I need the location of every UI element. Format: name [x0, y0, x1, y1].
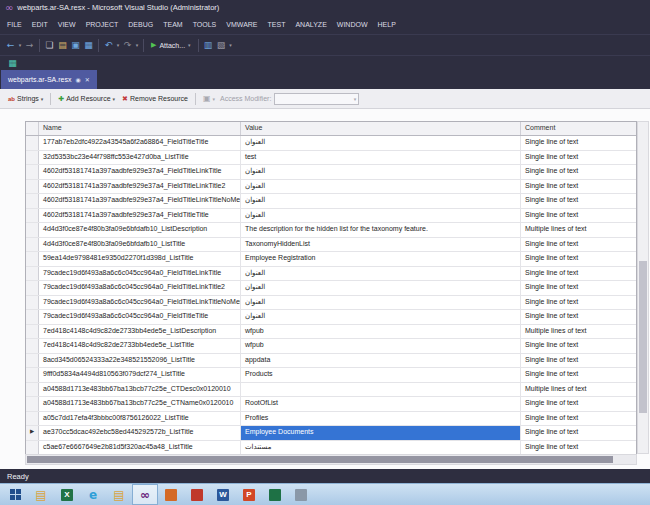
cell-value[interactable]: العنوان: [241, 281, 521, 295]
cell-name[interactable]: 79cadec19d6f493a8a6c6c045cc964a0_FieldTi…: [39, 310, 241, 324]
row-header[interactable]: [26, 354, 39, 368]
cell-name[interactable]: 32d5353bc23e44f798ffc553e427d0ba_ListTit…: [39, 151, 241, 165]
tab-webparts-resx[interactable]: webparts.ar-SA.resx ◉ ✕: [1, 70, 97, 89]
table-row[interactable]: 32d5353bc23e44f798ffc553e427d0ba_ListTit…: [26, 151, 636, 166]
row-header[interactable]: [26, 238, 39, 252]
cell-comment[interactable]: Single line of text: [521, 180, 636, 194]
row-header[interactable]: [26, 339, 39, 353]
column-header-value[interactable]: Value: [241, 122, 521, 135]
table-row[interactable]: 59ea14de9798481e9350d2270f1d398d_ListTit…: [26, 252, 636, 267]
cell-name[interactable]: 79cadec19d6f493a8a6c6c045cc964a0_FieldTi…: [39, 281, 241, 295]
table-row[interactable]: 79cadec19d6f493a8a6c6c045cc964a0_FieldTi…: [26, 310, 636, 325]
powerpoint-icon[interactable]: P: [236, 484, 262, 505]
table-row[interactable]: a04588d1713e483bb67ba13bcb77c25e_CTName0…: [26, 397, 636, 412]
cell-comment[interactable]: Single line of text: [521, 397, 636, 411]
table-row[interactable]: 7ed418c4148c4d9c82de2733bb4ede5e_ListTit…: [26, 339, 636, 354]
row-header[interactable]: [26, 296, 39, 310]
cell-value[interactable]: العنوان: [241, 267, 521, 281]
cell-comment[interactable]: Single line of text: [521, 426, 636, 440]
attach-button[interactable]: ▶ Attach... ▾: [147, 41, 195, 49]
table-row[interactable]: 4602df53181741a397aadbfe929e37a4_FieldTi…: [26, 194, 636, 209]
table-row[interactable]: 177ab7eb2dfc4922a43545a6f2a68864_FieldTi…: [26, 136, 636, 151]
access-modifier-combobox[interactable]: ▾: [274, 93, 359, 105]
cell-name[interactable]: 8acd345d06524333a22e348521552096_ListTit…: [39, 354, 241, 368]
save-all-icon[interactable]: ▦: [82, 39, 95, 52]
attach-dropdown-caret[interactable]: ▾: [188, 42, 191, 48]
row-header[interactable]: [26, 194, 39, 208]
open-file-icon[interactable]: ▤: [56, 39, 69, 52]
cell-value[interactable]: [241, 383, 521, 397]
cell-name[interactable]: 59ea14de9798481e9350d2270f1d398d_ListTit…: [39, 252, 241, 266]
folder-icon[interactable]: ▤: [106, 484, 132, 505]
table-row[interactable]: a04588d1713e483bb67ba13bcb77c25e_CTDesc0…: [26, 383, 636, 398]
undo-icon[interactable]: ↶: [102, 39, 115, 52]
vertical-scrollbar-thumb[interactable]: [639, 261, 647, 413]
strings-dropdown-button[interactable]: ab Strings ▾: [6, 95, 45, 102]
cell-comment[interactable]: Single line of text: [521, 354, 636, 368]
cell-value[interactable]: Profiles: [241, 412, 521, 426]
app-green-icon[interactable]: [262, 484, 288, 505]
row-header[interactable]: [26, 325, 39, 339]
cell-name[interactable]: a04588d1713e483bb67ba13bcb77c25e_CTDesc0…: [39, 383, 241, 397]
menu-file[interactable]: FILE: [2, 15, 27, 34]
cell-value[interactable]: العنوان: [241, 165, 521, 179]
close-tab-icon[interactable]: ✕: [85, 76, 90, 83]
cell-name[interactable]: 4d4d3f0ce87e4f80b3fa09e6bfdafb10_ListTit…: [39, 238, 241, 252]
cell-value[interactable]: TaxonomyHiddenList: [241, 238, 521, 252]
promote-tab-icon[interactable]: ◉: [75, 76, 80, 83]
visual-studio-icon[interactable]: ∞: [132, 484, 158, 505]
app-orange-icon[interactable]: [158, 484, 184, 505]
forward-icon[interactable]: →: [23, 39, 36, 52]
paste-dropdown-button[interactable]: ▣ ▾: [201, 94, 217, 103]
cell-name[interactable]: ae370cc5dcac492ebc58ed445292572b_ListTit…: [39, 426, 241, 440]
table-row[interactable]: 4602df53181741a397aadbfe929e37a4_FieldTi…: [26, 180, 636, 195]
file-explorer-icon[interactable]: ▤: [28, 484, 54, 505]
cell-comment[interactable]: Single line of text: [521, 296, 636, 310]
cell-comment[interactable]: Multiple lines of text: [521, 383, 636, 397]
table-row[interactable]: 4602df53181741a397aadbfe929e37a4_FieldTi…: [26, 209, 636, 224]
menu-view[interactable]: VIEW: [53, 15, 81, 34]
cell-comment[interactable]: Single line of text: [521, 339, 636, 353]
table-row[interactable]: 79cadec19d6f493a8a6c6c045cc964a0_FieldTi…: [26, 267, 636, 282]
start-button[interactable]: [2, 484, 28, 505]
cell-comment[interactable]: Single line of text: [521, 209, 636, 223]
cell-comment[interactable]: Single line of text: [521, 165, 636, 179]
table-row[interactable]: 4602df53181741a397aadbfe929e37a4_FieldTi…: [26, 165, 636, 180]
cell-value[interactable]: العنوان: [241, 296, 521, 310]
cell-value[interactable]: wfpub: [241, 339, 521, 353]
row-header[interactable]: [26, 397, 39, 411]
cell-comment[interactable]: Single line of text: [521, 281, 636, 295]
cell-value[interactable]: wfpub: [241, 325, 521, 339]
menu-debug[interactable]: DEBUG: [123, 15, 158, 34]
table-row[interactable]: 4d4d3f0ce87e4f80b3fa09e6bfdafb10_ListDes…: [26, 223, 636, 238]
cell-value[interactable]: العنوان: [241, 209, 521, 223]
row-header[interactable]: [26, 368, 39, 382]
cell-comment[interactable]: Single line of text: [521, 238, 636, 252]
cell-name[interactable]: 79cadec19d6f493a8a6c6c045cc964a0_FieldTi…: [39, 296, 241, 310]
cell-comment[interactable]: Single line of text: [521, 136, 636, 150]
excel-icon[interactable]: X: [54, 484, 80, 505]
horizontal-scrollbar-thumb[interactable]: [27, 456, 613, 463]
cell-name[interactable]: a04588d1713e483bb67ba13bcb77c25e_CTName0…: [39, 397, 241, 411]
menu-test[interactable]: TEST: [263, 15, 291, 34]
row-header[interactable]: ▶: [26, 426, 39, 440]
column-header-name[interactable]: Name: [39, 122, 241, 135]
cell-name[interactable]: 177ab7eb2dfc4922a43545a6f2a68864_FieldTi…: [39, 136, 241, 150]
cell-value[interactable]: مستندات: [241, 441, 521, 455]
app-gray-icon[interactable]: [288, 484, 314, 505]
table-row[interactable]: 4d4d3f0ce87e4f80b3fa09e6bfdafb10_ListTit…: [26, 238, 636, 253]
menu-vmware[interactable]: VMWARE: [221, 15, 262, 34]
redo-dropdown-caret[interactable]: ▾: [134, 39, 140, 52]
vertical-scrollbar[interactable]: [637, 121, 649, 454]
cell-comment[interactable]: Single line of text: [521, 412, 636, 426]
cell-comment[interactable]: Single line of text: [521, 368, 636, 382]
cell-name[interactable]: 4d4d3f0ce87e4f80b3fa09e6bfdafb10_ListDes…: [39, 223, 241, 237]
cell-value[interactable]: Employee Documents: [241, 426, 521, 440]
cell-name[interactable]: 79cadec19d6f493a8a6c6c045cc964a0_FieldTi…: [39, 267, 241, 281]
cell-value[interactable]: Products: [241, 368, 521, 382]
cell-comment[interactable]: Multiple lines of text: [521, 325, 636, 339]
cell-name[interactable]: 9fff0d5834a4494d810563f079dcf274_ListTit…: [39, 368, 241, 382]
row-header[interactable]: [26, 223, 39, 237]
app-red-icon[interactable]: [184, 484, 210, 505]
cell-name[interactable]: 4602df53181741a397aadbfe929e37a4_FieldTi…: [39, 165, 241, 179]
